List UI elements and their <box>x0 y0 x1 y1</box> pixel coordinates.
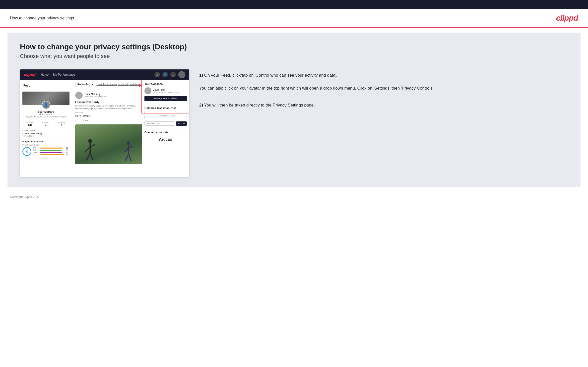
activities-label: Activities <box>27 122 34 123</box>
app-label: APP <box>33 149 39 151</box>
svg-line-2 <box>85 147 90 152</box>
tag-ott: OTT <box>75 119 82 122</box>
ott-val: 90 <box>66 147 69 149</box>
control-link[interactable]: Control who can see your activity and da… <box>96 83 139 86</box>
step1-text-a: On your Feed, click/tap on 'Control who … <box>204 73 337 78</box>
app-feed: Following ▼ Control who can see your act… <box>72 80 142 177</box>
header-title: How to change your privacy settings <box>10 16 74 20</box>
post-title: Lesson with Fordy <box>75 101 139 104</box>
latest-activity-name: Lesson with Fordy <box>22 132 69 135</box>
feed-tab[interactable]: Feed <box>20 82 72 89</box>
putt-label: PUTT <box>33 154 39 156</box>
app-logo: clippd <box>24 72 36 77</box>
tag-app: APP <box>83 119 90 122</box>
arccos-logo: Arccos <box>144 135 187 144</box>
following-label: Following <box>58 122 65 123</box>
footer: Copyright Clippd 2022 <box>0 192 588 202</box>
activities-value: 131 <box>27 123 34 126</box>
connect-title: Connect your data <box>144 131 187 134</box>
svg-line-10 <box>125 154 129 161</box>
instructions: 1) On your Feed, click/tap on 'Control w… <box>199 69 568 114</box>
putt-val: 96 <box>66 154 69 156</box>
duration-label: Duration <box>75 111 139 114</box>
performance-title: Player Performance <box>22 140 69 143</box>
nav-home[interactable]: Home <box>41 73 49 76</box>
svg-line-3 <box>90 144 95 147</box>
main-content: How to change your privacy settings (Des… <box>7 33 581 187</box>
location-icon[interactable]: ☉ <box>170 72 176 77</box>
step2-text: You will then be taken directly to the P… <box>204 103 315 107</box>
trackman-placeholder: Trackman Link <box>144 111 187 120</box>
coach-name: David Ford <box>153 89 179 91</box>
manage-coaches-button[interactable]: Manage Your Coaches <box>144 96 187 101</box>
post-meta: Yesterday · Sunningdale <box>85 96 106 98</box>
tpq-circle: 92 <box>22 147 31 156</box>
ott-label: OTT <box>33 147 39 149</box>
profile-name: Blair McHarg <box>22 110 69 113</box>
app-screenshot: clippd Home My Performance ⌕ 👤 ☉ Feed <box>20 69 189 177</box>
post-author: Blair McHarg <box>85 93 106 96</box>
top-bar <box>0 0 588 9</box>
trackman-title: Upload a Trackman Test <box>144 106 187 109</box>
followers-value: 3 <box>42 123 50 126</box>
step-1-extra: You can also click on your avatar in the… <box>199 85 568 92</box>
arrow-head-icon <box>139 84 142 87</box>
avatar[interactable] <box>178 71 185 78</box>
step1-number: 1) <box>199 73 203 78</box>
arg-val: 86 <box>66 152 69 153</box>
app-val: 85 <box>66 149 69 151</box>
profile-avatar: 👤 <box>42 101 50 109</box>
add-link-button[interactable]: Add Link <box>176 121 187 126</box>
tpq-label: Total Player Quality <box>22 144 69 146</box>
arg-label: ARG <box>33 152 39 153</box>
svg-point-0 <box>88 139 92 143</box>
app-sidebar: Feed 👤 Blair McHarg Plus Handicap Royal … <box>20 80 72 177</box>
step-2: 2) You will then be taken directly to th… <box>199 102 568 109</box>
nav-my-performance[interactable]: My Performance <box>53 73 75 76</box>
following-value: 4 <box>58 123 65 126</box>
svg-line-8 <box>124 148 129 152</box>
coach-avatar <box>144 87 151 94</box>
coach-club: Royal North Devon Golf Club <box>153 91 179 93</box>
logo: clippd <box>556 13 578 23</box>
golfer-left-icon <box>83 138 98 163</box>
search-icon[interactable]: ⌕ <box>154 72 160 77</box>
page-subheading: Choose what you want people to see <box>20 53 568 59</box>
profile-club: Royal North Devon Golf Club, United King… <box>22 116 69 118</box>
page-heading: How to change your privacy settings (Des… <box>20 43 568 51</box>
svg-point-6 <box>127 141 130 145</box>
profile-banner: 👤 <box>22 92 69 105</box>
golfer-right-icon <box>122 141 135 163</box>
profile-handicap: Plus Handicap <box>22 113 69 116</box>
followers-label: Followers <box>42 122 50 123</box>
svg-line-11 <box>129 154 131 161</box>
latest-date: 03 Aug 2022 <box>22 135 69 137</box>
svg-line-9 <box>129 146 133 148</box>
following-button[interactable]: Following ▼ <box>75 82 96 87</box>
user-icon[interactable]: 👤 <box>162 72 168 77</box>
app-right-sidebar: Your Coaches David Ford Royal North Devo… <box>142 80 189 177</box>
trackman-input[interactable] <box>144 121 175 126</box>
latest-label: Latest Activity <box>22 130 69 132</box>
footer-text: Copyright Clippd 2022 <box>10 195 40 199</box>
svg-line-5 <box>90 153 93 160</box>
header: How to change your privacy settings clip… <box>0 9 588 28</box>
svg-line-4 <box>86 153 90 160</box>
step1-text-b: You can also click on your avatar in the… <box>199 85 568 92</box>
step-1: 1) On your Feed, click/tap on 'Control w… <box>199 72 568 79</box>
coaches-title: Your Coaches <box>144 82 187 85</box>
post-description: Looking to feel like my hands are exitin… <box>75 105 139 110</box>
post-avatar <box>75 92 83 99</box>
app-nav: clippd Home My Performance ⌕ 👤 ☉ <box>20 69 189 80</box>
duration-value: 01 hr : 30 min <box>75 114 139 117</box>
step2-number: 2) <box>199 103 203 107</box>
post-image <box>75 124 142 164</box>
